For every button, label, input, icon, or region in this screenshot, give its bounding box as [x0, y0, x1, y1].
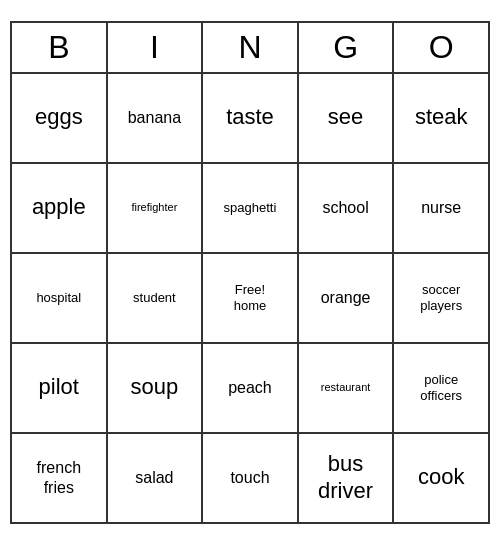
bingo-cell: orange [298, 253, 394, 343]
bingo-cell: spaghetti [202, 163, 298, 253]
bingo-cell: pilot [11, 343, 107, 433]
bingo-cell: firefighter [107, 163, 203, 253]
bingo-cell: eggs [11, 73, 107, 163]
bingo-body: eggsbananatasteseesteakapplefirefighters… [11, 73, 489, 523]
bingo-cell: school [298, 163, 394, 253]
header-cell: O [393, 22, 489, 73]
bingo-cell: soup [107, 343, 203, 433]
table-row: pilotsouppeachrestaurantpoliceofficers [11, 343, 489, 433]
bingo-cell: steak [393, 73, 489, 163]
bingo-cell: cook [393, 433, 489, 523]
bingo-cell: hospital [11, 253, 107, 343]
bingo-cell: peach [202, 343, 298, 433]
table-row: applefirefighterspaghettischoolnurse [11, 163, 489, 253]
header-row: BINGO [11, 22, 489, 73]
header-cell: N [202, 22, 298, 73]
bingo-cell: restaurant [298, 343, 394, 433]
bingo-cell: see [298, 73, 394, 163]
bingo-cell: policeofficers [393, 343, 489, 433]
bingo-cell: salad [107, 433, 203, 523]
bingo-cell: Free!home [202, 253, 298, 343]
bingo-cell: busdriver [298, 433, 394, 523]
header-cell: B [11, 22, 107, 73]
bingo-cell: frenchfries [11, 433, 107, 523]
bingo-cell: banana [107, 73, 203, 163]
table-row: frenchfriessaladtouchbusdrivercook [11, 433, 489, 523]
header-cell: I [107, 22, 203, 73]
header-cell: G [298, 22, 394, 73]
table-row: eggsbananatasteseesteak [11, 73, 489, 163]
bingo-card: BINGO eggsbananatasteseesteakapplefirefi… [10, 21, 490, 524]
bingo-cell: student [107, 253, 203, 343]
bingo-cell: touch [202, 433, 298, 523]
bingo-cell: soccerplayers [393, 253, 489, 343]
bingo-cell: apple [11, 163, 107, 253]
table-row: hospitalstudentFree!homeorangesoccerplay… [11, 253, 489, 343]
bingo-cell: taste [202, 73, 298, 163]
bingo-cell: nurse [393, 163, 489, 253]
